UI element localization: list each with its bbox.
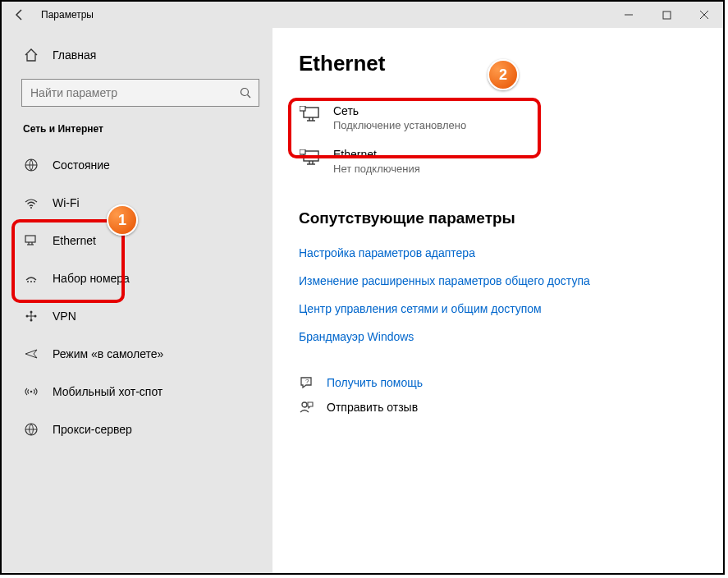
close-button[interactable] [685, 2, 723, 28]
svg-point-14 [30, 281, 32, 282]
monitor-icon [299, 148, 322, 175]
ethernet-icon [23, 233, 39, 248]
sidebar-item-label: Мобильный хот-спот [53, 385, 163, 398]
network-name: Ethernet [333, 148, 420, 161]
monitor-icon [299, 104, 322, 131]
svg-point-15 [34, 281, 35, 282]
feedback-icon [299, 400, 315, 415]
back-button[interactable] [2, 8, 38, 21]
network-status: Подключение установлено [333, 119, 466, 131]
sidebar-item-home[interactable]: Главная [2, 43, 272, 67]
window-title: Параметры [38, 9, 94, 21]
sidebar-item-dialup[interactable]: Набор номера [2, 259, 272, 297]
help-link: Получить помощь [327, 376, 423, 389]
svg-line-5 [248, 94, 251, 98]
step-badge-1: 1 [107, 204, 138, 236]
sidebar-item-label: Состояние [53, 158, 110, 172]
sidebar-item-vpn[interactable]: VPN [2, 297, 272, 335]
link-sharing-options[interactable]: Изменение расширенных параметров общего … [299, 267, 715, 295]
svg-point-4 [241, 88, 249, 95]
network-status: Нет подключения [333, 163, 420, 175]
airplane-icon [23, 346, 39, 361]
sidebar-item-label: Набор номера [53, 272, 130, 285]
network-name: Сеть [333, 104, 466, 117]
sidebar-item-airplane[interactable]: Режим «в самолете» [2, 335, 272, 373]
search-input[interactable] [21, 79, 259, 107]
network-item-connected[interactable]: Сеть Подключение установлено [299, 96, 715, 140]
step-badge-2: 2 [488, 59, 519, 90]
network-item-disconnected[interactable]: Ethernet Нет подключения [299, 140, 715, 183]
svg-point-36 [302, 402, 307, 407]
feedback-label: Отправить отзыв [327, 401, 418, 414]
maximize-button[interactable] [648, 2, 685, 28]
status-icon [23, 158, 39, 172]
wifi-icon [23, 195, 39, 210]
get-help-row[interactable]: ? Получить помощь [299, 370, 715, 395]
home-icon [23, 48, 39, 62]
sidebar-item-label: Ethernet [53, 234, 96, 247]
search-field[interactable] [29, 85, 240, 100]
sidebar-item-status[interactable]: Состояние [2, 146, 272, 184]
related-settings-heading: Сопутствующие параметры [299, 209, 715, 227]
sidebar-item-hotspot[interactable]: Мобильный хот-спот [2, 373, 272, 411]
sidebar-item-label: Wi-Fi [53, 196, 80, 209]
svg-rect-30 [304, 151, 318, 161]
svg-rect-29 [300, 106, 305, 111]
svg-text:?: ? [305, 378, 309, 385]
sidebar-item-ethernet[interactable]: Ethernet [2, 222, 272, 259]
main-content: Ethernet Сеть Подключение установлено Et… [272, 28, 723, 573]
link-network-center[interactable]: Центр управления сетями и общим доступом [299, 295, 715, 323]
settings-window: Параметры Главная Сет [0, 0, 725, 575]
vpn-icon [23, 309, 39, 323]
svg-point-13 [27, 281, 29, 282]
help-icon: ? [299, 375, 315, 390]
sidebar-item-label: VPN [53, 310, 76, 323]
sidebar-home-label: Главная [53, 48, 96, 62]
search-icon [240, 87, 252, 99]
sidebar-item-label: Режим «в самолете» [53, 347, 163, 360]
titlebar: Параметры [2, 2, 723, 28]
sidebar-item-proxy[interactable]: Прокси-сервер [2, 411, 272, 448]
svg-point-8 [30, 207, 32, 209]
dialup-icon [23, 271, 39, 286]
link-firewall[interactable]: Брандмауэр Windows [299, 323, 715, 351]
svg-rect-1 [663, 11, 671, 19]
give-feedback-row[interactable]: Отправить отзыв [299, 395, 715, 420]
sidebar-section-title: Сеть и Интернет [2, 123, 272, 146]
sidebar: Главная Сеть и Интернет Состояние Wi-Fi [2, 28, 272, 573]
link-adapter-options[interactable]: Настройка параметров адаптера [299, 239, 715, 267]
svg-rect-34 [300, 149, 305, 154]
minimize-button[interactable] [610, 2, 648, 28]
proxy-icon [23, 422, 39, 437]
svg-point-22 [30, 391, 33, 393]
hotspot-icon [23, 384, 39, 399]
svg-rect-25 [304, 108, 318, 117]
svg-rect-9 [25, 236, 35, 242]
sidebar-item-label: Прокси-сервер [53, 423, 132, 436]
